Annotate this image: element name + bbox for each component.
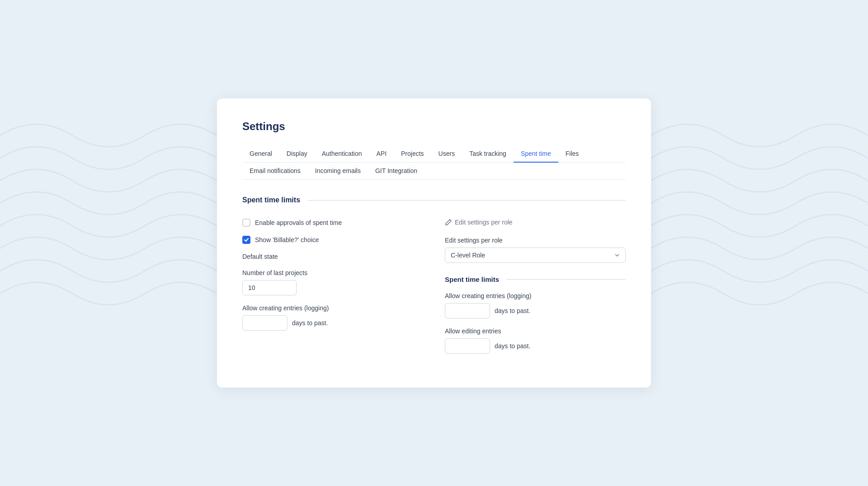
num-last-projects-group: Number of last projects: [242, 269, 423, 295]
tabs-row-1: General Display Authentication API Proje…: [242, 145, 626, 163]
tab-files[interactable]: Files: [558, 145, 586, 163]
tab-api[interactable]: API: [369, 145, 394, 163]
right-column: Edit settings per role Edit settings per…: [445, 219, 626, 354]
content-layout: Enable approvals of spent time Show 'Bil…: [242, 219, 626, 354]
spent-time-limits-label: Spent time limits: [445, 276, 499, 283]
allow-editing-group: Allow editing entries days to past.: [445, 327, 626, 354]
tab-incoming-emails[interactable]: Incoming emails: [308, 163, 368, 180]
allow-creating-suffix: days to past.: [292, 319, 328, 327]
role-select[interactable]: C-level Role Manager Developer Viewer: [445, 248, 626, 263]
allow-creating-group: Allow creating entries (logging) days to…: [242, 304, 423, 331]
tab-spent-time[interactable]: Spent time: [514, 145, 558, 163]
tabs-row-2: Email notifications Incoming emails GIT …: [242, 163, 626, 180]
page-title: Settings: [242, 120, 626, 133]
right-allow-creating-group: Allow creating entries (logging) days to…: [445, 292, 626, 318]
left-column: Enable approvals of spent time Show 'Bil…: [242, 219, 423, 354]
section-title: Spent time limits: [242, 196, 300, 204]
tab-authentication[interactable]: Authentication: [315, 145, 369, 163]
num-last-projects-label: Number of last projects: [242, 269, 423, 276]
show-billable-checkbox[interactable]: [242, 236, 250, 244]
default-state-group: Default state: [242, 253, 423, 260]
right-section-header: Spent time limits: [445, 276, 626, 283]
tab-email-notifications[interactable]: Email notifications: [242, 163, 308, 180]
show-billable-label: Show 'Billable?' choice: [255, 236, 319, 243]
tab-projects[interactable]: Projects: [394, 145, 431, 163]
allow-editing-label: Allow editing entries: [445, 327, 626, 335]
show-billable-row: Show 'Billable?' choice: [242, 236, 423, 244]
tab-git-integration[interactable]: GIT Integration: [368, 163, 425, 180]
enable-approvals-label: Enable approvals of spent time: [255, 219, 342, 226]
default-state-label: Default state: [242, 253, 423, 260]
allow-creating-input-row: days to past.: [242, 315, 423, 331]
tab-general[interactable]: General: [242, 145, 279, 163]
tab-display[interactable]: Display: [279, 145, 315, 163]
edit-role-link-label: Edit settings per role: [455, 219, 513, 226]
tab-task-tracking[interactable]: Task tracking: [462, 145, 514, 163]
right-allow-creating-input[interactable]: [445, 303, 490, 318]
right-allow-creating-input-row: days to past.: [445, 303, 626, 318]
settings-card: Settings General Display Authentication …: [217, 98, 651, 388]
section-header: Spent time limits: [242, 196, 626, 204]
allow-creating-input[interactable]: [242, 315, 288, 331]
pencil-icon: [445, 219, 452, 226]
enable-approvals-checkbox[interactable]: [242, 219, 250, 227]
right-allow-creating-label: Allow creating entries (logging): [445, 292, 626, 299]
allow-editing-input-row: days to past.: [445, 338, 626, 354]
enable-approvals-row: Enable approvals of spent time: [242, 219, 423, 227]
right-divider: [506, 279, 626, 280]
allow-editing-suffix: days to past.: [495, 342, 530, 350]
num-last-projects-input[interactable]: [242, 280, 297, 295]
allow-creating-label: Allow creating entries (logging): [242, 304, 423, 312]
edit-role-link[interactable]: Edit settings per role: [445, 219, 513, 226]
edit-settings-label: Edit settings per role: [445, 237, 626, 244]
section-divider: [307, 200, 626, 201]
right-allow-creating-suffix: days to past.: [495, 307, 530, 314]
edit-settings-per-role-group: Edit settings per role C-level Role Mana…: [445, 237, 626, 263]
allow-editing-input[interactable]: [445, 338, 490, 354]
tab-users[interactable]: Users: [431, 145, 462, 163]
